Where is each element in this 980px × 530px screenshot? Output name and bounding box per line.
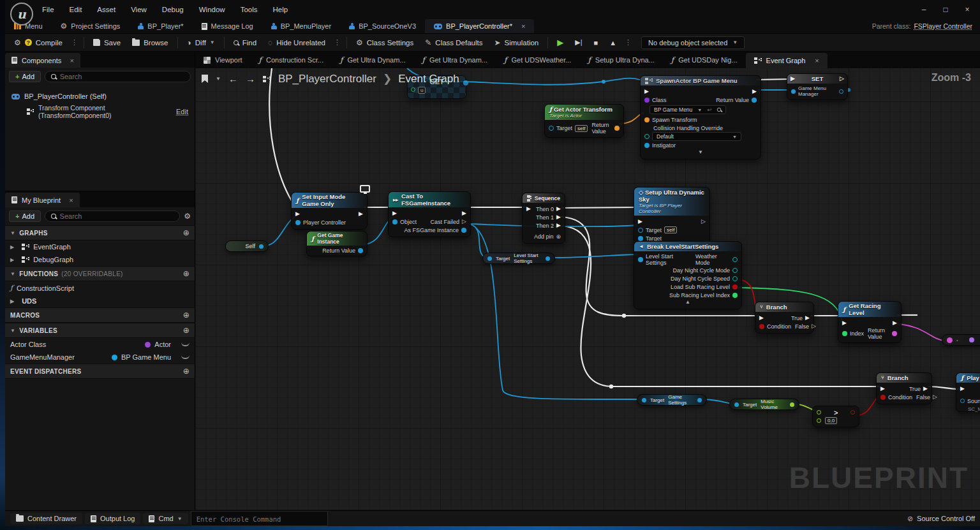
console-command-field[interactable]: [191, 511, 328, 526]
return-value-pin[interactable]: [358, 248, 363, 253]
source-control-button[interactable]: ⊘ Source Control Off: [907, 515, 975, 523]
self-box[interactable]: self: [575, 125, 588, 132]
menu-view[interactable]: View: [124, 4, 153, 15]
edit-link[interactable]: Edit: [176, 108, 188, 115]
target2-pin[interactable]: [638, 236, 643, 241]
node-set-input-mode-game-only[interactable]: ƒSet Input Mode Game Only ▶▶ Player Cont…: [291, 192, 368, 230]
play-options-icon[interactable]: ⋮: [623, 38, 634, 47]
exec-out-pin[interactable]: ▶: [462, 210, 466, 216]
self-out-pin[interactable]: [259, 244, 264, 249]
sound-pin[interactable]: [960, 399, 965, 403]
tab-project-settings[interactable]: ⚙ Project Settings: [52, 19, 130, 33]
pin-in[interactable]: [411, 87, 415, 92]
tab-bp-sourceonev3[interactable]: BP_SourceOneV3: [340, 19, 425, 33]
cast-failed-pin[interactable]: ▷: [462, 219, 466, 225]
section-functions[interactable]: ▼ FUNCTIONS (20 OVERRIDABLE) ⊕: [5, 266, 195, 281]
collapse-node-icon[interactable]: ▲: [634, 299, 741, 306]
debug-object-select[interactable]: No debug object selected ▼: [641, 36, 745, 49]
output-log-button[interactable]: Output Log: [85, 513, 140, 524]
target-pin[interactable]: [549, 126, 554, 131]
section-variables[interactable]: ▼ VARIABLES ⊕: [5, 323, 195, 338]
exec-out-pin[interactable]: ▶: [752, 89, 757, 94]
object-pin[interactable]: [392, 219, 397, 225]
node-cast-to-fsgameinstance[interactable]: ▸▸ Cast To FSGameInstance ▶▶ Object Cast…: [388, 191, 471, 237]
a-pin[interactable]: [817, 410, 821, 415]
return-value-pin[interactable]: [614, 126, 620, 131]
add-dispatcher-icon[interactable]: ⊕: [183, 367, 189, 376]
add-pin-icon[interactable]: ⊕: [556, 233, 561, 240]
variable-row-actor-class[interactable]: Actor Class Actor: [5, 338, 195, 351]
hide-unrelated-button[interactable]: ◌ Hide Unrelated: [263, 36, 330, 49]
save-button[interactable]: Save: [88, 36, 126, 49]
compile-options-icon[interactable]: ⋮: [69, 38, 80, 47]
tab-event-graph[interactable]: Event Graph ×: [746, 53, 828, 68]
condition-pin[interactable]: [880, 395, 886, 400]
exec-in-pin[interactable]: ▶: [392, 210, 397, 216]
target-pin[interactable]: [734, 402, 739, 407]
out-pin[interactable]: [697, 398, 702, 402]
exec-in-pin[interactable]: ▶: [880, 386, 885, 392]
false-pin[interactable]: ▷: [812, 323, 816, 329]
tab-viewport[interactable]: Viewport: [195, 52, 251, 68]
simulation-button[interactable]: ➤ Simulation: [489, 36, 544, 49]
section-graphs[interactable]: ▼ GRAPHS ⊕: [5, 225, 195, 240]
diff-button[interactable]: ◑ Diff ▼: [182, 36, 220, 49]
my-blueprint-search[interactable]: [45, 210, 180, 222]
tab-setup-ultra-dyna[interactable]: ƒ Setup Ultra Dyna...: [579, 52, 662, 68]
tab-get-udsday-night[interactable]: ƒ Get UDSDay Nig...: [663, 52, 746, 68]
out-pin[interactable]: [790, 402, 794, 407]
close-tab-icon[interactable]: ×: [70, 57, 73, 64]
component-root-row[interactable]: BP_PlayerController (Self): [10, 91, 189, 102]
exec-in-pin[interactable]: ▶: [791, 76, 795, 82]
add-variable-icon[interactable]: ⊕: [183, 326, 189, 335]
then2-pin[interactable]: ▶: [556, 223, 561, 228]
add-pin-label[interactable]: Add pin: [534, 233, 554, 240]
tab-bp-player[interactable]: BP_Player*: [129, 19, 192, 33]
sub-racing-level-index-pin[interactable]: [732, 293, 738, 298]
my-blueprint-search-input[interactable]: [60, 212, 174, 220]
visibility-eye-icon[interactable]: [181, 355, 189, 359]
variable-row-gamemenumanager[interactable]: GameMenuManager BP Game Menu: [5, 351, 195, 364]
out-pin[interactable]: [969, 337, 974, 342]
eject-button[interactable]: ▲: [604, 36, 621, 49]
close-tab-icon[interactable]: ×: [815, 57, 819, 64]
add-macro-icon[interactable]: ⊕: [183, 311, 189, 320]
add-graph-icon[interactable]: ⊕: [183, 228, 189, 237]
then0-pin[interactable]: ▶: [556, 206, 561, 212]
my-blueprint-tab[interactable]: My Blueprint ×: [5, 193, 80, 207]
add-blueprint-item-button[interactable]: + Add: [9, 210, 41, 222]
false-pin[interactable]: ▷: [933, 394, 937, 400]
cmd-dropdown[interactable]: Cmd ▼: [143, 513, 188, 524]
tab-get-ultra-dynamic-2[interactable]: ƒ Get Ultra Dynam...: [413, 52, 496, 68]
graph-canvas[interactable]: ▼ ← → BP_PlayerController ❯ Event Graph …: [195, 68, 980, 510]
spawn-transform-pin[interactable]: [644, 117, 650, 122]
component-child-row[interactable]: Transform Component (TransformComponent0…: [10, 102, 189, 121]
result-pin[interactable]: [850, 410, 855, 415]
section-macros[interactable]: MACROS ⊕: [5, 307, 195, 323]
tab-message-log[interactable]: Message Log: [193, 19, 262, 33]
exec-in-pin[interactable]: ▶: [960, 386, 965, 392]
exec-out-pin[interactable]: ▷: [701, 219, 706, 225]
target-pin[interactable]: [487, 256, 492, 261]
class-dropdown[interactable]: BP Game Menu ▼ ↩: [650, 105, 726, 114]
components-tab[interactable]: Components ×: [5, 53, 80, 68]
exec-in-pin[interactable]: ▶: [644, 89, 649, 94]
node-self[interactable]: Self: [225, 240, 269, 252]
menu-edit[interactable]: Edit: [63, 4, 89, 15]
return-value-pin[interactable]: [752, 98, 757, 103]
collision-dropdown[interactable]: Default ▼: [652, 132, 741, 141]
pin-out[interactable]: [463, 80, 468, 85]
stop-button[interactable]: ■: [589, 36, 604, 49]
node-get-actor-transform[interactable]: ƒ Get Actor Transform Target is Actor Ta…: [544, 104, 624, 138]
tab-bp-playercontroller[interactable]: BP_PlayerController* ×: [425, 19, 534, 33]
components-search-input[interactable]: [60, 73, 184, 80]
day-night-cycle-mode-pin[interactable]: [732, 268, 738, 273]
menu-window[interactable]: Window: [193, 4, 232, 15]
graph-row-debuggraph[interactable]: ▶ DebugGraph: [5, 253, 195, 266]
compile-button[interactable]: ⚙ ? Compile: [9, 36, 68, 49]
close-tab-icon[interactable]: ×: [69, 196, 73, 204]
true-pin[interactable]: ▶: [923, 386, 928, 392]
add-component-button[interactable]: + Add: [9, 71, 41, 82]
in-pin[interactable]: [947, 337, 953, 343]
player-controller-pin[interactable]: [295, 220, 301, 225]
